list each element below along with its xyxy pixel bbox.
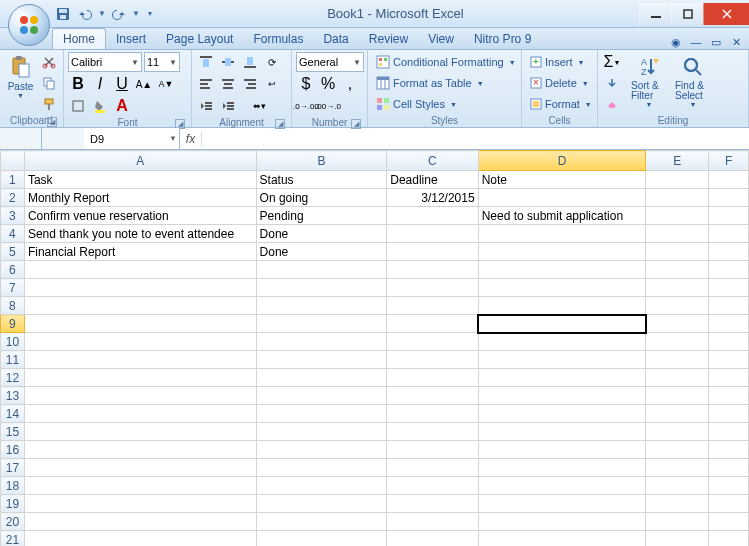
cell-C14[interactable] — [387, 405, 478, 423]
orientation-button[interactable]: ⟳ — [262, 52, 282, 72]
cell-F10[interactable] — [709, 333, 749, 351]
cell-F6[interactable] — [709, 261, 749, 279]
cell-E7[interactable] — [646, 279, 709, 297]
cell-D19[interactable] — [478, 495, 646, 513]
cell-B8[interactable] — [256, 297, 387, 315]
cell-E12[interactable] — [646, 369, 709, 387]
cell-D9[interactable] — [478, 315, 646, 333]
number-launcher[interactable]: ◢ — [351, 119, 361, 129]
italic-button[interactable]: I — [90, 74, 110, 94]
cell-C13[interactable] — [387, 387, 478, 405]
cell-C5[interactable] — [387, 243, 478, 261]
cell-F16[interactable] — [709, 441, 749, 459]
cell-D18[interactable] — [478, 477, 646, 495]
clear-button[interactable] — [602, 94, 622, 114]
namebox-dropdown-icon[interactable]: ▼ — [169, 134, 177, 143]
cell-D20[interactable] — [478, 513, 646, 531]
col-header-A[interactable]: A — [24, 151, 256, 171]
cell-C17[interactable] — [387, 459, 478, 477]
row-header-20[interactable]: 20 — [1, 513, 25, 531]
cell-C7[interactable] — [387, 279, 478, 297]
cell-A3[interactable]: Confirm venue reservation — [24, 207, 256, 225]
cut-button[interactable] — [39, 52, 59, 72]
cell-D7[interactable] — [478, 279, 646, 297]
cell-B17[interactable] — [256, 459, 387, 477]
cell-B18[interactable] — [256, 477, 387, 495]
cell-E14[interactable] — [646, 405, 709, 423]
name-box[interactable]: D9▼ — [84, 128, 180, 149]
cell-F1[interactable] — [709, 171, 749, 189]
bold-button[interactable]: B — [68, 74, 88, 94]
cell-A20[interactable] — [24, 513, 256, 531]
cell-F5[interactable] — [709, 243, 749, 261]
cell-E6[interactable] — [646, 261, 709, 279]
cell-D4[interactable] — [478, 225, 646, 243]
col-header-D[interactable]: D — [478, 151, 646, 171]
sort-filter-button[interactable]: AZ Sort & Filter▼ — [628, 52, 670, 111]
cell-B13[interactable] — [256, 387, 387, 405]
row-header-8[interactable]: 8 — [1, 297, 25, 315]
cell-C9[interactable] — [387, 315, 478, 333]
alignment-launcher[interactable]: ◢ — [275, 119, 285, 129]
cell-C20[interactable] — [387, 513, 478, 531]
cell-E17[interactable] — [646, 459, 709, 477]
cell-D12[interactable] — [478, 369, 646, 387]
cell-D16[interactable] — [478, 441, 646, 459]
cell-B14[interactable] — [256, 405, 387, 423]
cell-A11[interactable] — [24, 351, 256, 369]
tab-insert[interactable]: Insert — [106, 29, 156, 49]
cell-E1[interactable] — [646, 171, 709, 189]
cell-C12[interactable] — [387, 369, 478, 387]
cell-B15[interactable] — [256, 423, 387, 441]
cell-D14[interactable] — [478, 405, 646, 423]
cell-B20[interactable] — [256, 513, 387, 531]
copy-button[interactable] — [39, 73, 59, 93]
cell-A8[interactable] — [24, 297, 256, 315]
cell-F21[interactable] — [709, 531, 749, 547]
cell-A14[interactable] — [24, 405, 256, 423]
minimize-ribbon-icon[interactable]: — — [689, 35, 703, 49]
clipboard-launcher[interactable]: ◢ — [47, 117, 57, 127]
number-format-combo[interactable]: General▼ — [296, 52, 364, 72]
row-header-1[interactable]: 1 — [1, 171, 25, 189]
worksheet-grid[interactable]: ABCDEF1TaskStatusDeadlineNote2Monthly Re… — [0, 150, 749, 546]
cell-D5[interactable] — [478, 243, 646, 261]
cell-B21[interactable] — [256, 531, 387, 547]
font-size-combo[interactable]: 11▼ — [144, 52, 180, 72]
cell-A16[interactable] — [24, 441, 256, 459]
help-icon[interactable]: ◉ — [669, 35, 683, 49]
tab-page-layout[interactable]: Page Layout — [156, 29, 243, 49]
row-header-4[interactable]: 4 — [1, 225, 25, 243]
tab-nitro[interactable]: Nitro Pro 9 — [464, 29, 541, 49]
row-header-12[interactable]: 12 — [1, 369, 25, 387]
row-header-5[interactable]: 5 — [1, 243, 25, 261]
cell-A1[interactable]: Task — [24, 171, 256, 189]
conditional-formatting-button[interactable]: Conditional Formatting▼ — [372, 52, 520, 72]
cell-B12[interactable] — [256, 369, 387, 387]
row-header-16[interactable]: 16 — [1, 441, 25, 459]
cell-E20[interactable] — [646, 513, 709, 531]
align-right-button[interactable] — [240, 74, 260, 94]
col-header-F[interactable]: F — [709, 151, 749, 171]
undo-icon[interactable] — [76, 5, 94, 23]
cell-E19[interactable] — [646, 495, 709, 513]
cell-C21[interactable] — [387, 531, 478, 547]
cell-B3[interactable]: Pending — [256, 207, 387, 225]
fill-button[interactable] — [602, 73, 622, 93]
decrease-decimal-button[interactable]: .00→.0 — [318, 96, 338, 116]
insert-cells-button[interactable]: +Insert▼ — [526, 52, 596, 72]
cell-D8[interactable] — [478, 297, 646, 315]
row-header-2[interactable]: 2 — [1, 189, 25, 207]
row-header-3[interactable]: 3 — [1, 207, 25, 225]
font-color-button[interactable]: A — [112, 96, 132, 116]
cell-F18[interactable] — [709, 477, 749, 495]
cell-A2[interactable]: Monthly Report — [24, 189, 256, 207]
cell-B9[interactable] — [256, 315, 387, 333]
find-select-button[interactable]: Find & Select▼ — [672, 52, 714, 111]
wrap-text-button[interactable]: ↩ — [262, 74, 282, 94]
cell-B1[interactable]: Status — [256, 171, 387, 189]
tab-home[interactable]: Home — [52, 28, 106, 49]
restore-window-icon[interactable]: ▭ — [709, 35, 723, 49]
cell-D2[interactable] — [478, 189, 646, 207]
cell-E18[interactable] — [646, 477, 709, 495]
